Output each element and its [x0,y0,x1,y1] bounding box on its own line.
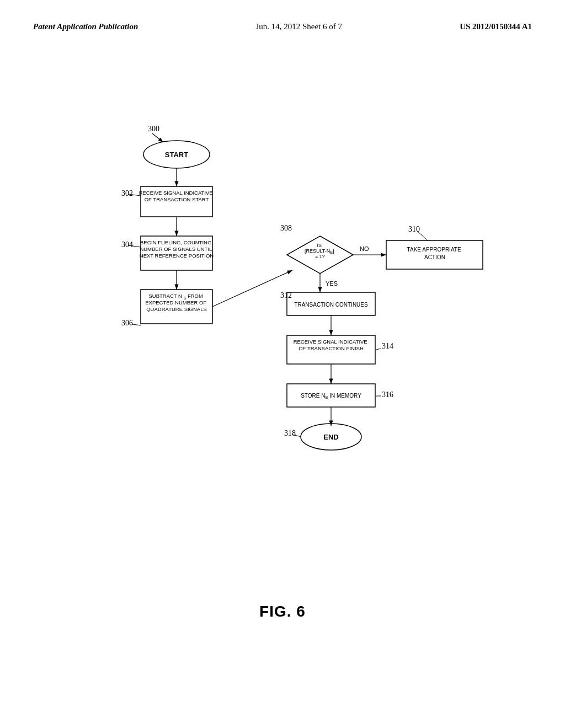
label-306: 306 [121,319,133,327]
page-header: Patent Application Publication Jun. 14, … [0,0,565,42]
svg-line-13 [376,349,381,350]
node-316-text: STORE NE IN MEMORY [301,393,361,400]
node-310-text: TAKE APPROPRIATE ACTION [407,247,463,260]
header-patent-number: US 2012/0150344 A1 [460,22,532,31]
header-date-sheet: Jun. 14, 2012 Sheet 6 of 7 [255,22,342,31]
start-label: START [165,151,188,159]
svg-line-10 [417,231,428,240]
flowchart-diagram: 300 START 302 RECEIVE SIGNAL INDICATIVE … [55,110,508,524]
label-304: 304 [121,240,133,249]
svg-line-8 [212,270,292,307]
node-312-text: TRANSACTION CONTINUES [294,302,368,308]
node-304-text: BEGIN FUELING, COUNTING NUMBER OF SIGNAL… [140,239,214,259]
label-314: 314 [382,342,393,350]
label-300: 300 [148,125,159,133]
flowchart-svg: 300 START 302 RECEIVE SIGNAL INDICATIVE … [55,110,508,524]
node-308-text: IS [RESULT-NE] = 1? [305,243,335,259]
node-314-text: RECEIVE SIGNAL INDICATIVE OF TRANSACTION… [294,339,369,351]
end-label: END [323,433,338,441]
node-302-text: RECEIVE SIGNAL INDICATIVE OF TRANSACTION… [139,190,215,202]
label-308: 308 [280,224,292,232]
node-306-text: SUBTRACT N S FROM EXPECTED NUMBER OF QUA… [145,293,208,312]
label-318: 318 [284,429,296,437]
svg-line-1 [152,133,163,142]
label-yes: YES [326,280,338,287]
figure-caption: FIG. 6 [259,603,306,620]
label-316: 316 [382,390,393,399]
header-publication-type: Patent Application Publication [33,22,138,31]
label-no: NO [360,245,369,252]
label-302: 302 [121,189,133,197]
